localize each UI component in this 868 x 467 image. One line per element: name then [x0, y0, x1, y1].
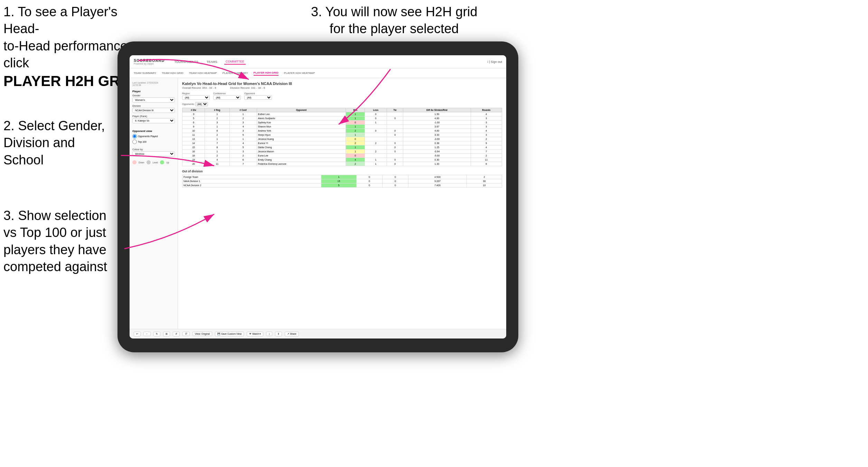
th-tie: Tie: [387, 108, 403, 112]
bottom-toolbar: ↩ ← ↻ ⊞ ↺ ⏱ View: Original 💾 Save Custom…: [130, 329, 506, 339]
toolbar-back[interactable]: ←: [143, 332, 151, 336]
logo-sub: Powered by clippd: [134, 63, 164, 65]
nav-teams[interactable]: TEAMS: [205, 59, 219, 64]
nav-tournaments[interactable]: TOURNAMENTS: [173, 59, 199, 64]
colour-select[interactable]: Win/loss: [132, 151, 175, 156]
cell-win: 1: [346, 145, 365, 150]
player-rank-select[interactable]: 8. Katelyn Vo: [132, 118, 175, 123]
toolbar-view-original[interactable]: View: Original: [192, 332, 212, 336]
filter-region-select[interactable]: (All): [182, 95, 210, 100]
ood-cell-diff: 7.400: [408, 183, 467, 188]
cell-div: 18: [182, 154, 205, 158]
main-content: Last Updated: 27/03/202416:55:38 Player …: [130, 78, 506, 329]
table-row: 5 2 2 Alexis Sudjianto 1 0 0 4.00 3: [182, 116, 502, 121]
data-area: Katelyn Vo Head-to-Head Grid for Women's…: [178, 78, 506, 329]
nav-sign-out[interactable]: i | Sign out: [488, 60, 502, 64]
subnav-player-summary[interactable]: PLAYER SUMMARY: [223, 71, 248, 75]
cell-diff: 4.00: [403, 129, 471, 133]
table-row: 14 7 4 Eunice Yi 2 2 0 0.38 9: [182, 141, 502, 145]
toolbar-undo[interactable]: ↩: [134, 332, 141, 336]
cell-win: 2: [346, 141, 365, 145]
subnav-player-h2h[interactable]: PLAYER H2H GRID: [254, 70, 279, 76]
cell-conf: 6: [229, 158, 257, 162]
cell-conf: 5: [229, 145, 257, 150]
cell-tie: 0: [387, 129, 403, 133]
cell-rounds: 4: [471, 145, 502, 150]
cell-win: 4: [346, 158, 365, 162]
cell-conf: 4: [229, 141, 257, 145]
filter-conference-select[interactable]: (All): [213, 95, 241, 100]
sidebar-timestamp: Last Updated: 27/03/202416:55:38: [132, 82, 175, 86]
toolbar-grid[interactable]: ⊞: [163, 332, 170, 336]
cell-div: 3: [182, 112, 205, 116]
cell-loss: 1: [365, 158, 387, 162]
cell-diff: 1.33: [403, 162, 471, 166]
toolbar-save-custom[interactable]: 💾 Save Custom View: [215, 332, 244, 336]
toolbar-sort1[interactable]: ↕: [266, 332, 272, 336]
filter-opponent-select[interactable]: (All): [244, 95, 272, 100]
cell-opponent: Andrea York: [257, 129, 346, 133]
cell-rounds: 9: [471, 141, 502, 145]
gender-select[interactable]: Women's Men's: [132, 97, 175, 103]
tablet-frame: SCOREBOARD Powered by clippd TOURNAMENTS…: [117, 41, 518, 352]
subnav-team-summary[interactable]: TEAM SUMMARY: [134, 71, 156, 75]
cell-opponent: Alexis Sudjianto: [257, 116, 346, 121]
cell-win: 0: [346, 154, 365, 158]
cell-div: 10: [182, 129, 205, 133]
cell-loss: [365, 125, 387, 129]
cell-loss: 0: [365, 129, 387, 133]
radio-top100[interactable]: Top 100: [132, 140, 175, 144]
division-select[interactable]: NCAA Division III NCAA Division I NCAA D…: [132, 108, 175, 113]
cell-reg: 8: [205, 145, 229, 150]
cell-reg: 1: [205, 125, 229, 129]
toolbar-redo[interactable]: ↻: [153, 332, 160, 336]
cell-tie: [387, 112, 403, 116]
toolbar-share[interactable]: ↗ Share: [285, 332, 299, 336]
instr-ml-1: 2. Select Gender,: [3, 118, 105, 133]
toolbar-refresh[interactable]: ↺: [173, 332, 180, 336]
legend-down-circle: [132, 160, 136, 164]
cell-div: 15: [182, 145, 205, 150]
cell-div: 19: [182, 158, 205, 162]
cell-opponent: Emily Chang: [257, 158, 346, 162]
subnav-team-heatmap[interactable]: TEAM H2H HEATMAP: [189, 71, 217, 75]
cell-opponent: Stella Cheng: [257, 145, 346, 150]
cell-diff: 4.00: [403, 116, 471, 121]
cell-conf: 2: [229, 154, 257, 158]
th-diff: Diff Av Strokes/Rnd: [403, 108, 471, 112]
table-row: 11 2 5 Heejo Hyun 1 0 3.33 3: [182, 133, 502, 137]
subnav-player-heatmap[interactable]: PLAYER H2H HEATMAP: [284, 71, 315, 75]
th-rounds: Rounds: [471, 108, 502, 112]
ood-cell-tie: 0: [382, 183, 408, 188]
cell-loss: 2: [365, 141, 387, 145]
cell-div: 5: [182, 116, 205, 121]
cell-rounds: 6: [471, 162, 502, 166]
cell-tie: 0: [387, 141, 403, 145]
subnav-team-h2h[interactable]: TEAM H2H GRID: [162, 71, 183, 75]
opponents-select[interactable]: (All): [195, 102, 208, 106]
instruction-mid-left: 2. Select Gender, Division and School: [3, 117, 105, 169]
cell-tie: [387, 154, 403, 158]
gender-label: Gender: [132, 94, 175, 97]
cell-rounds: 3: [471, 121, 502, 125]
cell-opponent: Jessica Huang: [257, 137, 346, 141]
cell-rounds: 7: [471, 150, 502, 154]
cell-diff: -1.00: [403, 121, 471, 125]
cell-tie: 0: [387, 116, 403, 121]
cell-opponent: Federica Domecq Lacroze: [257, 162, 346, 166]
cell-diff: 3.67: [403, 125, 471, 129]
legend-down-label: Down: [139, 161, 144, 164]
radio-opponents-played[interactable]: Opponents Played: [132, 134, 175, 139]
toolbar-timer[interactable]: ⏱: [182, 332, 190, 336]
table-row: 9 1 4 Sharon Mun 1 3.67 3: [182, 125, 502, 129]
toolbar-watch[interactable]: 👁 Watch ▾: [247, 332, 263, 336]
sidebar: Last Updated: 27/03/202416:55:38 Player …: [130, 78, 178, 329]
cell-reg: 1: [205, 150, 229, 154]
nav-committee[interactable]: COMMITTEE: [224, 59, 246, 65]
toolbar-sort2[interactable]: ⇕: [275, 332, 282, 336]
colour-legend: Down Level Up: [132, 160, 175, 164]
tablet-screen: SCOREBOARD Powered by clippd TOURNAMENTS…: [130, 55, 506, 339]
cell-tie: 0: [387, 133, 403, 137]
ood-cell-win: 1: [321, 175, 356, 179]
cell-win: 0: [346, 137, 365, 141]
